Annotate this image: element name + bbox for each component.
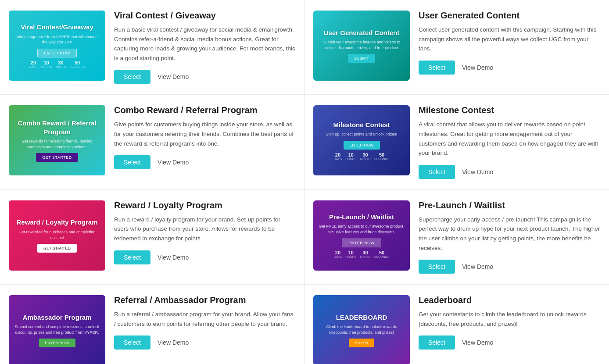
card-content-prelaunch: Pre-Launch / Waitlist Supercharge your e… bbox=[419, 200, 600, 274]
thumb-cta-leaderboard[interactable]: ENTER bbox=[349, 339, 375, 347]
campaign-card-ugc: User Generated Content Submit your aweso… bbox=[304, 0, 609, 95]
view-demo-link-reward-loyalty[interactable]: View Demo bbox=[158, 254, 189, 261]
view-demo-link-viral-contest[interactable]: View Demo bbox=[158, 73, 189, 80]
thumb-subtitle-ugc: Submit your awesome images and videos to… bbox=[319, 39, 405, 50]
card-desc-prelaunch: Supercharge your early-access / pre-laun… bbox=[419, 215, 600, 253]
countdown-hours: 10 HOURS bbox=[345, 152, 356, 161]
select-button-leaderboard[interactable]: Select bbox=[419, 335, 455, 350]
card-title-combo-reward: Combo Reward / Referral Program bbox=[114, 105, 295, 115]
card-content-ambassador: Referral / Ambassador Program Run a refe… bbox=[114, 295, 295, 350]
thumbnail-milestone: Milestone Contest Sign up, collect point… bbox=[313, 105, 410, 175]
view-demo-link-prelaunch[interactable]: View Demo bbox=[462, 263, 493, 270]
countdown-min: 30 MIN TO bbox=[360, 152, 370, 161]
thumb-cta-milestone[interactable]: ENTER NOW bbox=[344, 141, 380, 150]
countdown-row: 20 DAYS 10 HOURS 30 MIN TO 50 SECONDS bbox=[29, 60, 85, 68]
view-demo-link-leaderboard[interactable]: View Demo bbox=[462, 339, 493, 346]
thumb-cta-prelaunch[interactable]: ENTER NOW bbox=[342, 239, 381, 247]
card-content-combo-reward: Combo Reward / Referral Program Give poi… bbox=[114, 105, 295, 169]
thumb-subtitle-ambassador: Submit content and complete missions to … bbox=[14, 324, 100, 335]
campaign-card-leaderboard: LEADERBOARD Climb the leaderboard to unl… bbox=[304, 285, 609, 364]
view-demo-link-ugc[interactable]: View Demo bbox=[462, 64, 493, 71]
view-demo-link-milestone[interactable]: View Demo bbox=[462, 168, 493, 175]
card-content-ugc: User Generated Content Collect user gene… bbox=[419, 11, 600, 75]
card-title-leaderboard: Leaderboard bbox=[419, 295, 600, 305]
thumbnail-ugc: User Generated Content Submit your aweso… bbox=[313, 11, 410, 81]
card-actions-reward-loyalty: Select View Demo bbox=[114, 250, 295, 264]
card-title-ambassador: Referral / Ambassador Program bbox=[114, 295, 295, 305]
campaign-card-viral-contest: Viral Contest/Giveaway Win a huge prize … bbox=[0, 0, 304, 95]
campaign-card-milestone: Milestone Contest Sign up, collect point… bbox=[304, 95, 609, 189]
card-desc-viral-contest: Run a basic viral contest / giveaway for… bbox=[114, 25, 295, 63]
thumb-title-leaderboard: LEADERBOARD bbox=[336, 313, 387, 322]
card-title-viral-contest: Viral Contest / Giveaway bbox=[114, 11, 295, 21]
thumb-cta-ambassador[interactable]: ENTER NOW bbox=[39, 339, 75, 347]
thumb-title-viral-contest: Viral Contest/Giveaway bbox=[21, 23, 93, 32]
thumb-subtitle-leaderboard: Climb the leaderboard to unlock rewards … bbox=[319, 324, 405, 335]
campaign-card-reward-loyalty: Reward / Loyalty Program Get rewarded fo… bbox=[0, 190, 304, 285]
card-title-prelaunch: Pre-Launch / Waitlist bbox=[419, 200, 600, 211]
card-desc-leaderboard: Get your contestants to climb the leader… bbox=[419, 310, 600, 328]
select-button-reward-loyalty[interactable]: Select bbox=[114, 250, 150, 264]
card-actions-prelaunch: Select View Demo bbox=[419, 260, 600, 274]
thumb-title-ambassador: Ambassador Program bbox=[23, 313, 92, 322]
card-desc-combo-reward: Give points for customers buying things … bbox=[114, 120, 295, 148]
countdown-days: 20 DAYS bbox=[29, 60, 38, 68]
view-demo-link-ambassador[interactable]: View Demo bbox=[158, 339, 189, 346]
select-button-viral-contest[interactable]: Select bbox=[114, 70, 150, 84]
card-title-ugc: User Generated Content bbox=[419, 11, 600, 21]
thumbnail-prelaunch: Pre-Launch / Waitlist Get FREE early acc… bbox=[313, 200, 410, 271]
thumb-cta-reward-loyalty[interactable]: GET STARTED bbox=[37, 244, 77, 253]
thumb-title-combo-reward: Combo Reward / Referral Program bbox=[14, 119, 100, 136]
card-actions-combo-reward: Select View Demo bbox=[114, 155, 295, 169]
thumb-cta-viral-contest[interactable]: ENTER NOW bbox=[37, 49, 77, 57]
thumbnail-leaderboard: LEADERBOARD Climb the leaderboard to unl… bbox=[313, 295, 410, 364]
countdown-row: 20 DAYS 10 HOURS 30 MIN TO 50 SECONDS bbox=[334, 152, 390, 161]
card-desc-milestone: A viral contest that allows you to deliv… bbox=[419, 120, 600, 157]
card-title-milestone: Milestone Contest bbox=[419, 105, 600, 115]
card-title-reward-loyalty: Reward / Loyalty Program bbox=[114, 200, 295, 211]
campaign-card-ambassador: Ambassador Program Submit content and co… bbox=[0, 285, 304, 364]
countdown-sec: 50 SECONDS bbox=[374, 152, 390, 161]
card-actions-viral-contest: Select View Demo bbox=[114, 70, 295, 84]
thumb-title-prelaunch: Pre-Launch / Waitlist bbox=[329, 213, 394, 221]
thumb-title-milestone: Milestone Contest bbox=[333, 121, 390, 129]
card-actions-ambassador: Select View Demo bbox=[114, 335, 295, 350]
thumb-cta-ugc[interactable]: SUBMIT bbox=[348, 54, 375, 63]
select-button-ugc[interactable]: Select bbox=[419, 61, 455, 75]
card-actions-milestone: Select View Demo bbox=[419, 165, 600, 179]
thumb-subtitle-reward-loyalty: Get rewarded for purchases and completin… bbox=[14, 229, 100, 240]
card-desc-ugc: Collect user generated content with this… bbox=[419, 25, 600, 54]
card-content-reward-loyalty: Reward / Loyalty Program Run a reward / … bbox=[114, 200, 295, 264]
card-desc-ambassador: Run a referral / ambassador program for … bbox=[114, 310, 295, 328]
thumb-subtitle-prelaunch: Get FREE early access to our awesome pro… bbox=[319, 224, 405, 235]
campaign-card-combo-reward: Combo Reward / Referral Program Get rewa… bbox=[0, 95, 304, 189]
select-button-milestone[interactable]: Select bbox=[419, 165, 455, 179]
thumb-title-reward-loyalty: Reward / Loyalty Program bbox=[16, 218, 97, 227]
thumbnail-viral-contest: Viral Contest/Giveaway Win a huge prize … bbox=[9, 11, 105, 81]
thumb-cta-combo-reward[interactable]: GET STARTED bbox=[36, 153, 78, 162]
select-button-combo-reward[interactable]: Select bbox=[114, 155, 150, 169]
thumbnail-reward-loyalty: Reward / Loyalty Program Get rewarded fo… bbox=[9, 200, 105, 271]
countdown-days: 20 DAYS bbox=[334, 250, 342, 258]
select-button-prelaunch[interactable]: Select bbox=[419, 260, 455, 274]
card-content-leaderboard: Leaderboard Get your contestants to clim… bbox=[419, 295, 600, 350]
card-desc-reward-loyalty: Run a reward / loyalty program for your … bbox=[114, 215, 295, 243]
thumb-subtitle-combo-reward: Get rewards for referring friends, makin… bbox=[14, 139, 100, 150]
countdown-hours: 10 HOURS bbox=[41, 60, 52, 68]
thumb-subtitle-milestone: Sign up, collect points and unlock prize… bbox=[326, 132, 398, 137]
countdown-days: 20 DAYS bbox=[334, 152, 342, 161]
card-actions-ugc: Select View Demo bbox=[419, 61, 600, 75]
card-content-viral-contest: Viral Contest / Giveaway Run a basic vir… bbox=[114, 11, 295, 84]
card-content-milestone: Milestone Contest A viral contest that a… bbox=[419, 105, 600, 178]
card-actions-leaderboard: Select View Demo bbox=[419, 335, 600, 350]
thumb-subtitle-viral-contest: Win a huge prize from VYPER that will ch… bbox=[14, 34, 100, 45]
select-button-ambassador[interactable]: Select bbox=[114, 335, 150, 350]
thumb-title-ugc: User Generated Content bbox=[324, 29, 400, 37]
view-demo-link-combo-reward[interactable]: View Demo bbox=[158, 159, 189, 166]
thumbnail-ambassador: Ambassador Program Submit content and co… bbox=[9, 295, 105, 364]
countdown-min: 30 MIN TO bbox=[55, 60, 66, 68]
countdown-hours: 10 HOURS bbox=[345, 250, 356, 258]
countdown-sec: 50 SECONDS bbox=[374, 250, 390, 258]
countdown-row: 20 DAYS 10 HOURS 30 MIN TO 50 SECONDS bbox=[334, 250, 390, 258]
campaign-grid: Viral Contest/Giveaway Win a huge prize … bbox=[0, 0, 609, 364]
